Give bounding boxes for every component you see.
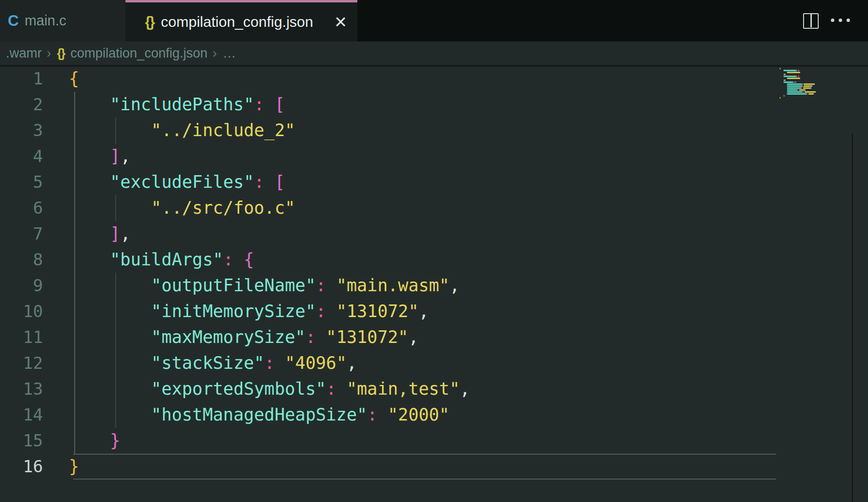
line-number: 3 [0, 118, 43, 143]
line-number: 15 [0, 428, 43, 454]
line-number: 6 [0, 195, 43, 221]
line-number: 11 [0, 324, 43, 350]
code-line-16[interactable]: } [69, 454, 470, 480]
json-file-icon: {} [57, 46, 64, 60]
minimap-border [852, 134, 853, 502]
line-number: 13 [0, 376, 43, 402]
close-tab-icon[interactable]: × [334, 12, 347, 32]
vscode-editor-window: C main.c {} compilation_config.json × .w… [0, 0, 868, 502]
code-line-3[interactable]: "../include_2" [69, 118, 470, 143]
code-line-15[interactable]: } [69, 428, 470, 454]
line-number: 14 [0, 402, 43, 428]
line-number: 10 [0, 299, 43, 324]
code-line-2[interactable]: "includePaths": [ [69, 92, 470, 118]
code-line-5[interactable]: "excludeFiles": [ [69, 169, 470, 195]
tab-main-c[interactable]: C main.c [0, 0, 126, 41]
json-file-icon: {} [145, 14, 154, 30]
code-line-1[interactable]: { [69, 66, 470, 92]
code-line-10[interactable]: "initMemorySize": "131072", [69, 299, 470, 324]
tab-compilation-config-json-label: compilation_config.json [161, 14, 313, 30]
code-line-12[interactable]: "stackSize": "4096", [69, 350, 470, 376]
chevron-right-icon: › [47, 45, 51, 61]
minimap[interactable] [780, 68, 843, 99]
line-number: 8 [0, 247, 43, 273]
gutter: 12345678910111213141516 [0, 66, 43, 480]
line-number: 1 [0, 66, 43, 92]
code-line-6[interactable]: "../src/foo.c" [69, 195, 470, 221]
code-line-13[interactable]: "exportedSymbols": "main,test", [69, 376, 470, 402]
code-line-8[interactable]: "buildArgs": { [69, 247, 470, 273]
line-number: 5 [0, 169, 43, 195]
breadcrumb: .wamr › {} compilation_config.json › … [0, 41, 868, 67]
chevron-right-icon: › [212, 45, 217, 61]
split-editor-icon[interactable] [803, 13, 819, 29]
code-line-11[interactable]: "maxMemorySize": "131072", [69, 324, 470, 350]
editor-pane: 12345678910111213141516 { "includePaths"… [0, 67, 868, 502]
breadcrumb-folder[interactable]: .wamr [6, 46, 42, 61]
breadcrumb-tail[interactable]: … [223, 46, 236, 61]
c-file-icon: C [8, 12, 19, 30]
code-line-4[interactable]: ], [69, 143, 470, 169]
tab-bar: C main.c {} compilation_config.json × [0, 0, 868, 41]
line-number: 9 [0, 273, 43, 299]
code-area[interactable]: { "includePaths": [ "../include_2" ], "e… [69, 66, 470, 480]
line-number: 12 [0, 350, 43, 376]
code-line-9[interactable]: "outputFileName": "main.wasm", [69, 273, 470, 299]
breadcrumb-file[interactable]: compilation_config.json [70, 46, 207, 61]
line-number: 2 [0, 92, 43, 118]
tab-compilation-config-json[interactable]: {} compilation_config.json × [125, 0, 357, 41]
line-number: 4 [0, 143, 43, 169]
code-line-7[interactable]: ], [69, 221, 470, 247]
ellipsis-icon[interactable] [831, 19, 850, 22]
tab-main-c-label: main.c [24, 13, 66, 29]
line-number: 16 [0, 454, 43, 480]
line-number: 7 [0, 221, 43, 247]
code-line-14[interactable]: "hostManagedHeapSize": "2000" [69, 402, 470, 428]
